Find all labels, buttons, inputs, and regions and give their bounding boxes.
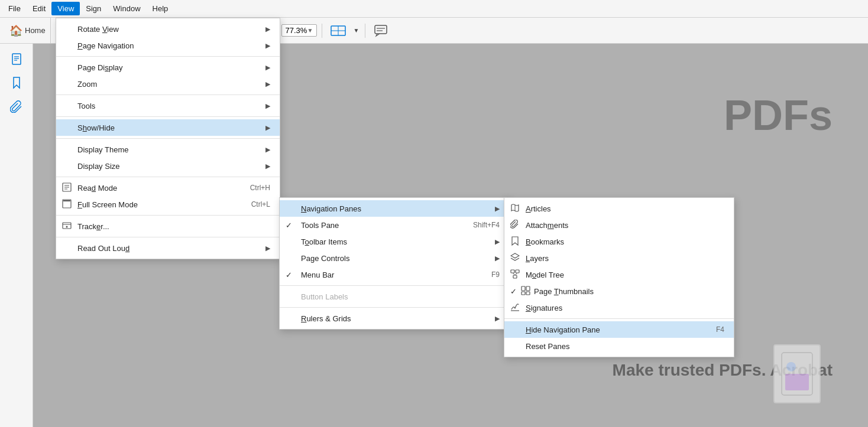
showhide-tools-pane[interactable]: ✓ Tools Pane Shift+F4: [280, 217, 509, 233]
menu-read-out-loud[interactable]: Read Out Loud ▶: [56, 240, 280, 256]
showhide-rulers-grids[interactable]: Rulers & Grids ▶: [280, 310, 509, 327]
menu-page-navigation[interactable]: Page Navigation ▶: [56, 37, 280, 54]
svg-line-42: [515, 273, 517, 275]
hide-nav-pane-shortcut: F4: [702, 325, 724, 334]
svg-rect-43: [522, 286, 525, 291]
svg-rect-25: [785, 374, 809, 390]
navpane-reset-panes[interactable]: Reset Panes: [504, 338, 734, 354]
navpane-bookmarks[interactable]: Bookmarks: [504, 233, 734, 250]
menu-page-display[interactable]: Page Display ▶: [56, 59, 280, 76]
comments-button[interactable]: [370, 21, 391, 40]
svg-rect-32: [63, 200, 70, 201]
showhide-page-controls[interactable]: Page Controls ▶: [280, 250, 509, 266]
nav-panes-arrow: ▶: [485, 205, 500, 213]
menu-edit[interactable]: Edit: [27, 2, 51, 15]
full-screen-shortcut: Ctrl+L: [237, 200, 270, 208]
menu-full-screen[interactable]: Full Screen Mode Ctrl+L: [56, 196, 280, 213]
svg-rect-20: [12, 54, 21, 64]
sidebar-icon-bookmarks[interactable]: [6, 72, 27, 93]
navpane-signatures[interactable]: Signatures: [504, 299, 734, 316]
read-out-loud-arrow: ▶: [256, 245, 270, 252]
showhide-menu: Navigation Panes ▶ ✓ Tools Pane Shift+F4…: [279, 197, 510, 330]
menu-display-size[interactable]: Display Size ▶: [56, 158, 280, 174]
view-sep-7: [56, 237, 280, 237]
menu-window[interactable]: Window: [107, 2, 146, 15]
navpane-model-tree[interactable]: Model Tree: [504, 266, 734, 283]
page-nav-arrow: ▶: [256, 42, 270, 50]
svg-point-35: [66, 226, 68, 227]
showhide-sep-1: [280, 285, 509, 286]
navpane-attachments[interactable]: Attachments: [504, 217, 734, 233]
showhide-toolbar-items[interactable]: Toolbar Items ▶: [280, 233, 509, 250]
svg-rect-45: [522, 292, 525, 295]
tracker-icon: [62, 221, 72, 232]
svg-rect-17: [375, 25, 387, 34]
page-display-arrow: ▶: [256, 64, 270, 71]
view-sep-4: [56, 138, 280, 139]
menu-file[interactable]: File: [2, 2, 27, 15]
home-button[interactable]: 🏠 Home: [5, 18, 51, 44]
tools-pane-check: ✓: [286, 221, 292, 230]
zoom-dropdown-arrow: ▼: [307, 27, 313, 34]
zoom-arrow: ▶: [256, 80, 270, 88]
menu-bar-check: ✓: [286, 270, 292, 279]
svg-rect-39: [516, 270, 519, 273]
read-mode-shortcut: Ctrl+H: [236, 184, 270, 192]
navpanes-menu: Articles Attachments Bookmarks Layers: [504, 197, 734, 357]
bookmarks-icon: [510, 236, 520, 247]
articles-icon: [510, 203, 520, 214]
tools-arrow: ▶: [256, 102, 270, 110]
svg-rect-44: [526, 286, 530, 291]
zoom-label: 77.3%: [286, 26, 307, 35]
view-sep-6: [56, 215, 280, 216]
fit-width-dropdown-button[interactable]: ▼: [352, 21, 360, 40]
navpane-articles[interactable]: Articles: [504, 200, 734, 217]
svg-rect-46: [526, 292, 530, 295]
attachments-icon: [510, 220, 520, 231]
menu-sign[interactable]: Sign: [80, 2, 107, 15]
menu-bar-shortcut: F9: [477, 270, 500, 279]
signatures-icon: [510, 302, 520, 314]
menu-view[interactable]: View: [51, 2, 80, 15]
read-mode-icon: [62, 182, 72, 194]
menu-help[interactable]: Help: [147, 2, 174, 15]
view-sep-5: [56, 177, 280, 177]
svg-point-26: [786, 362, 796, 371]
svg-rect-38: [511, 270, 514, 273]
rotate-view-arrow: ▶: [256, 25, 270, 33]
showhide-menu-bar[interactable]: ✓ Menu Bar F9: [280, 266, 509, 283]
menu-showhide[interactable]: Show/Hide ▶: [56, 119, 280, 136]
showhide-navigation-panes[interactable]: Navigation Panes ▶: [280, 200, 509, 217]
menu-tracker[interactable]: Tracker...: [56, 218, 280, 234]
display-size-arrow: ▶: [256, 162, 270, 170]
rulers-grids-arrow: ▶: [485, 315, 500, 322]
sidebar-icon-pages[interactable]: [6, 48, 27, 70]
display-theme-arrow: ▶: [256, 146, 270, 154]
menu-rotate-view[interactable]: Rotate View ▶: [56, 21, 280, 37]
toolbar-sep-4: [322, 24, 322, 38]
page-controls-arrow: ▶: [485, 255, 500, 262]
model-tree-icon: [510, 269, 520, 281]
fit-page-button[interactable]: [327, 21, 349, 40]
menu-bar: File Edit View Sign Window Help: [0, 0, 868, 18]
navpane-layers[interactable]: Layers: [504, 250, 734, 266]
showhide-arrow: ▶: [256, 124, 270, 132]
showhide-button-labels: Button Labels: [280, 288, 509, 305]
thumbnails-icon: [521, 286, 530, 297]
tools-pane-shortcut: Shift+F4: [459, 221, 500, 229]
menu-read-mode[interactable]: Read Mode Ctrl+H: [56, 180, 280, 196]
full-screen-icon: [62, 199, 72, 210]
menu-display-theme[interactable]: Display Theme ▶: [56, 141, 280, 158]
menu-tools[interactable]: Tools ▶: [56, 97, 280, 114]
menu-zoom[interactable]: Zoom ▶: [56, 76, 280, 92]
view-sep-2: [56, 94, 280, 95]
zoom-selector[interactable]: 77.3% ▼: [281, 24, 318, 37]
left-sidebar: [0, 44, 33, 427]
sidebar-icon-attachments[interactable]: [6, 96, 27, 117]
navpane-page-thumbnails[interactable]: ✓ Page Thumbnails: [504, 283, 734, 299]
navpane-hide-nav-pane[interactable]: Hide Navigation Pane F4: [504, 321, 734, 338]
page-thumbnails-check: ✓: [510, 287, 517, 296]
pdf-icon: [773, 344, 821, 403]
layers-icon: [510, 253, 520, 264]
view-sep-1: [56, 56, 280, 57]
